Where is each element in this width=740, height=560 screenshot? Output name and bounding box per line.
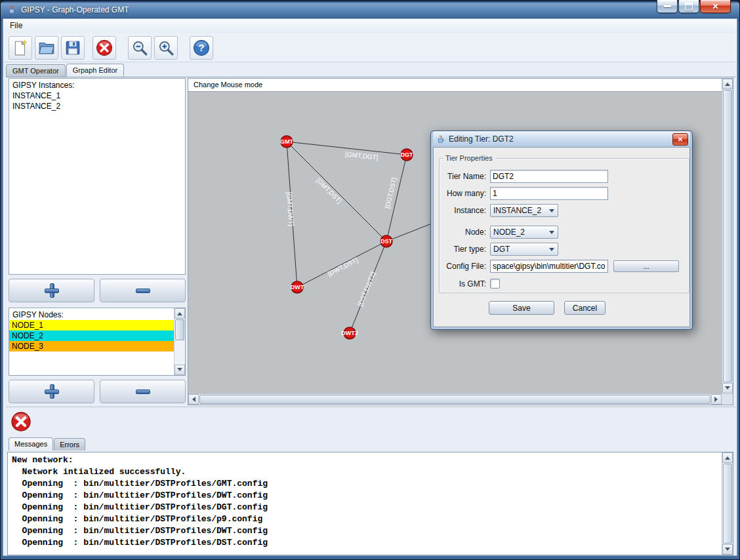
minimize-button[interactable] (657, 0, 678, 13)
new-button[interactable] (9, 36, 32, 60)
tier-name-label: Tier Name: (436, 172, 486, 181)
node-item[interactable]: NODE_3 (9, 341, 174, 351)
menu-file[interactable]: File (3, 19, 29, 32)
browse-config-button[interactable]: ... (613, 260, 679, 272)
instance-item[interactable]: INSTANCE_1 (9, 90, 185, 101)
save-button[interactable] (61, 36, 85, 60)
tier-properties-title: Tier Properties (443, 154, 495, 162)
edit-tier-dialog: Editing Tier: DGT2 ✕ Tier Properties Tie… (430, 130, 693, 330)
is-gmt-checkbox[interactable] (490, 279, 500, 289)
scrollbar-thumb[interactable] (175, 319, 184, 340)
help-icon: ? (193, 39, 210, 56)
scroll-up-button[interactable] (175, 308, 185, 319)
add-instance-button[interactable] (9, 279, 94, 302)
arrow-up-icon (725, 80, 730, 86)
tab-messages[interactable]: Messages (9, 437, 53, 450)
scrollbar-thumb[interactable] (723, 464, 732, 544)
graph-node-label: GMT (280, 138, 293, 145)
plus-icon (43, 383, 60, 400)
nodes-scrollbar[interactable] (174, 308, 185, 375)
cancel-button[interactable]: Cancel (564, 301, 606, 315)
arrow-down-icon (725, 548, 730, 553)
mouse-mode-button[interactable]: Change Mouse mode (188, 79, 722, 92)
clear-messages-button[interactable] (10, 411, 32, 433)
application-window: GIPSY - Graph-Operated GMT ✕ File (0, 0, 740, 560)
scroll-down-button[interactable] (722, 383, 733, 393)
nodes-list[interactable]: NODE_1NODE_2NODE_3 (9, 320, 174, 351)
menubar: File (3, 19, 737, 34)
scroll-down-button[interactable] (175, 365, 185, 375)
node-item[interactable]: NODE_2 (9, 330, 174, 341)
tab-graph-editor[interactable]: Grpaph Editor (66, 64, 124, 77)
is-gmt-label: Is GMT: (436, 279, 486, 289)
zoom-out-icon (131, 39, 148, 56)
open-folder-icon (38, 39, 55, 56)
canvas-horizontal-scrollbar[interactable] (188, 393, 722, 405)
toolbar: ? (3, 33, 737, 62)
instances-title: GIPSY Instances: (9, 79, 185, 90)
tab-gmt-operator[interactable]: GMT Operator (6, 64, 66, 77)
graph-node-label: DST (380, 238, 393, 245)
close-icon: ✕ (712, 3, 718, 10)
graph-edge-label: [DWT,DST] (327, 256, 360, 278)
zoom-in-icon (157, 39, 175, 56)
canvas-vertical-scrollbar[interactable] (722, 79, 733, 393)
arrow-down-icon (725, 386, 730, 392)
remove-node-button[interactable] (100, 380, 186, 403)
close-button[interactable]: ✕ (700, 0, 731, 13)
dialog-titlebar[interactable]: Editing Tier: DGT2 ✕ (433, 131, 690, 147)
scroll-right-button[interactable] (711, 394, 722, 405)
how-many-input[interactable] (490, 187, 608, 200)
editor-tabs: GMT Operator Grpaph Editor (6, 63, 125, 77)
help-button[interactable]: ? (190, 36, 213, 60)
zoom-out-button[interactable] (128, 36, 152, 60)
save-button[interactable]: Save (489, 301, 554, 315)
instance-select[interactable]: INSTANCE_2 (490, 204, 558, 217)
chevron-down-icon (549, 231, 554, 237)
scrollbar-thumb[interactable] (723, 90, 732, 382)
log-scrollbar[interactable] (722, 452, 733, 555)
arrow-up-icon (177, 310, 182, 315)
stop-button[interactable] (92, 36, 116, 60)
instance-value: INSTANCE_2 (491, 206, 549, 215)
tier-type-select[interactable]: DGT (490, 243, 558, 256)
node-value: NODE_2 (491, 228, 549, 237)
arrow-right-icon (714, 397, 720, 402)
arrow-down-icon (177, 368, 182, 374)
nodes-box: GIPSY Nodes: NODE_1NODE_2NODE_3 (9, 308, 186, 376)
dialog-close-icon: ✕ (678, 136, 683, 143)
instance-item[interactable]: INSTANCE_2 (9, 101, 185, 111)
scroll-left-button[interactable] (188, 394, 199, 405)
chevron-down-icon (549, 209, 554, 215)
zoom-in-button[interactable] (154, 36, 178, 60)
chevron-down-icon (549, 248, 554, 254)
scrollbar-corner (722, 393, 733, 405)
tier-name-input[interactable] (490, 170, 608, 183)
instance-label: Instance: (436, 206, 486, 215)
nodes-title: GIPSY Nodes: (9, 308, 174, 320)
window-title: GIPSY - Graph-Operated GMT (21, 5, 129, 14)
error-icon (10, 411, 31, 432)
graph-node-label: DWT2 (341, 330, 358, 336)
graph-node-label: DWT (291, 284, 304, 290)
maximize-button[interactable] (678, 0, 699, 13)
titlebar[interactable]: GIPSY - Graph-Operated GMT ✕ (5, 2, 735, 18)
open-button[interactable] (35, 36, 58, 60)
scroll-down-button[interactable] (722, 544, 733, 555)
node-select[interactable]: NODE_2 (490, 226, 558, 239)
config-file-input[interactable] (490, 260, 608, 273)
scroll-up-button[interactable] (722, 79, 733, 89)
remove-instance-button[interactable] (100, 279, 186, 302)
maximize-icon (685, 3, 693, 10)
dialog-title: Editing Tier: DGT2 (449, 134, 514, 144)
node-item[interactable]: NODE_1 (9, 320, 174, 330)
add-node-button[interactable] (9, 380, 94, 403)
scrollbar-thumb[interactable] (199, 395, 710, 404)
instances-list[interactable]: INSTANCE_1INSTANCE_2 (9, 90, 185, 111)
log-text[interactable]: New network: Network intialized successf… (8, 452, 722, 555)
minus-icon (134, 282, 152, 299)
scroll-up-button[interactable] (722, 452, 733, 463)
svg-text:?: ? (198, 42, 204, 53)
dialog-close-button[interactable]: ✕ (672, 133, 688, 146)
tab-errors[interactable]: Errors (54, 438, 85, 450)
